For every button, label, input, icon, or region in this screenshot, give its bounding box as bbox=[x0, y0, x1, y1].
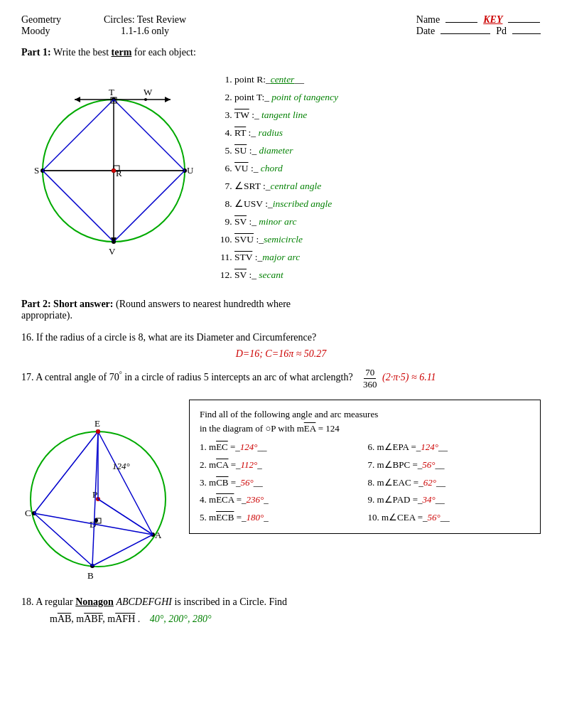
part1-container: R T W S U V bbox=[21, 64, 541, 284]
q16-question: 16. If the radius of a circle is 8, what… bbox=[21, 330, 541, 346]
part1-instruction: Write the best term for each object: bbox=[53, 47, 196, 58]
svg-text:U: U bbox=[187, 165, 194, 176]
answer-4: radius bbox=[258, 127, 283, 138]
part1-header: Part 1: Write the best term for each obj… bbox=[21, 47, 541, 58]
circle-diagram: R T W S U V bbox=[21, 64, 206, 263]
answer-12: secant bbox=[259, 269, 283, 280]
term-5: SU :_ diameter bbox=[234, 142, 541, 160]
part3-section: 18. A regular Nonagon ABCDEFGHI is inscr… bbox=[21, 594, 541, 624]
answer-7: central angle bbox=[271, 181, 322, 191]
find-item-8: 8. m∠EAC =_62°__ bbox=[368, 475, 531, 491]
header: Geometry Moody Circles: Test Review 1.1-… bbox=[21, 14, 541, 37]
nonagon-letters: ABCDEFGHI bbox=[116, 596, 172, 607]
title-info: Circles: Test Review 1.1-1.6 only bbox=[104, 14, 186, 37]
q18-answer: 40°, 200°, 280° bbox=[150, 614, 212, 624]
q17-question: 17. A central angle of 70° in a circle o… bbox=[21, 367, 541, 390]
svg-line-45 bbox=[92, 535, 153, 566]
terms-list: point R:_center__ point T:_ point of tan… bbox=[220, 64, 541, 284]
term-1: point R:_center__ bbox=[234, 71, 541, 89]
answer-8: inscribed angle bbox=[273, 198, 333, 209]
answer-10: semicircle bbox=[264, 234, 303, 245]
find-item-6: 6. m∠EPA =_124°__ bbox=[368, 439, 531, 456]
svg-line-22 bbox=[114, 100, 185, 171]
part2-header: Part 2: Short answer: (Round answers to … bbox=[21, 299, 541, 310]
svg-text:V: V bbox=[109, 246, 116, 257]
part2-instruction2: appropriate). bbox=[21, 310, 541, 321]
svg-line-20 bbox=[43, 100, 114, 171]
q16-num: 16. If the radius of a circle is 8, what… bbox=[21, 332, 316, 343]
svg-text:C: C bbox=[25, 508, 31, 518]
teacher-name: Moody bbox=[21, 26, 61, 37]
svg-line-40 bbox=[34, 432, 98, 513]
school-info: Geometry Moody bbox=[21, 14, 61, 37]
term-8: ∠USV :_inscribed angle bbox=[234, 196, 541, 213]
answer-6: chord bbox=[261, 163, 283, 173]
term-2: point T:_ point of tangency bbox=[234, 89, 541, 107]
answer-5: diameter bbox=[259, 145, 293, 156]
term-11: STV :_major arc bbox=[234, 249, 541, 267]
find-box-title: Find all of the following angle and arc … bbox=[200, 407, 530, 435]
svg-text:E: E bbox=[94, 418, 100, 429]
svg-point-24 bbox=[112, 168, 116, 173]
header-right: Name KEY Date Pd bbox=[416, 14, 541, 37]
pd-blank bbox=[512, 33, 541, 34]
find-item-5: 5. mECB =_180°_ bbox=[200, 510, 362, 526]
test-subtitle: 1.1-1.6 only bbox=[104, 26, 186, 37]
svg-line-19 bbox=[43, 171, 114, 242]
svg-text:T: T bbox=[109, 87, 114, 97]
fraction-17: 70 360 bbox=[362, 367, 379, 390]
find-item-3: 3. mCB =_56°__ bbox=[200, 475, 362, 491]
part2-label: Part 2: Short answer: bbox=[21, 299, 116, 309]
svg-text:A: A bbox=[155, 530, 162, 540]
find-item-1: 1. mEC =_124°__ bbox=[200, 439, 362, 456]
q17-answer: (2·π·5) ≈ 6.11 bbox=[382, 372, 436, 382]
answer-2: point of tangency bbox=[271, 92, 338, 102]
term-3: TW :_ tangent line bbox=[234, 107, 541, 124]
q18-question: 18. A regular Nonagon ABCDEFGHI is inscr… bbox=[21, 594, 541, 610]
find-item-9: 9. m∠PAD =_34°__ bbox=[368, 492, 531, 508]
svg-text:124°: 124° bbox=[112, 461, 130, 471]
q16-answer-text: D=16; C=16π ≈ 50.27 bbox=[236, 348, 327, 359]
name-value: KEY bbox=[483, 14, 502, 26]
name-blank2 bbox=[508, 22, 540, 23]
part2-instruction: (Round answers to nearest hundredth wher… bbox=[116, 299, 291, 309]
term-4: RT :_ radius bbox=[234, 124, 541, 142]
svg-text:S: S bbox=[34, 165, 39, 176]
answer-1: center bbox=[271, 74, 295, 85]
name-label: Name bbox=[416, 14, 440, 26]
name-line: Name KEY bbox=[416, 14, 541, 26]
diagram2-section: P E C A B D bbox=[21, 400, 541, 584]
find-item-10: 10. m∠CEA =_56°__ bbox=[368, 510, 531, 526]
name-blank bbox=[445, 22, 477, 23]
svg-text:B: B bbox=[87, 570, 94, 581]
term-6: VU :_ chord bbox=[234, 160, 541, 178]
part2-section: Part 2: Short answer: (Round answers to … bbox=[21, 299, 541, 321]
svg-point-50 bbox=[96, 429, 100, 434]
date-blank bbox=[441, 33, 490, 34]
q18-arcs: mAB, mABF, mAFH . 40°, 200°, 280° bbox=[50, 614, 541, 625]
term-7: ∠SRT :_central angle bbox=[234, 178, 541, 196]
answer-9: minor arc bbox=[259, 216, 296, 227]
terms-ol: point R:_center__ point T:_ point of tan… bbox=[234, 71, 541, 284]
fraction-den: 360 bbox=[362, 379, 379, 390]
svg-text:W: W bbox=[144, 87, 153, 97]
part1-label: Part 1: bbox=[21, 47, 53, 58]
term-10: SVU :_semicircle bbox=[234, 231, 541, 249]
header-left: Geometry Moody Circles: Test Review 1.1-… bbox=[21, 14, 186, 37]
term-9: SV :_ minor arc bbox=[234, 213, 541, 231]
svg-line-21 bbox=[114, 171, 185, 242]
q16-answer: D=16; C=16π ≈ 50.27 bbox=[21, 348, 541, 360]
find-box: Find all of the following angle and arc … bbox=[189, 400, 541, 534]
svg-line-41 bbox=[98, 432, 153, 535]
find-item-7: 7. m∠BPC =_56°__ bbox=[368, 457, 531, 473]
pd-label: Pd bbox=[496, 26, 507, 37]
term-12: SV :_ secant bbox=[234, 267, 541, 284]
find-item-4: 4. mECA =_236°_ bbox=[200, 492, 362, 508]
circle-diagram2: P E C A B D bbox=[21, 400, 178, 584]
answer-3: tangent line bbox=[261, 109, 307, 120]
date-line: Date Pd bbox=[416, 26, 541, 37]
answer-11: major arc bbox=[262, 252, 300, 262]
fraction-num: 70 bbox=[364, 367, 376, 379]
test-title: Circles: Test Review bbox=[104, 14, 186, 26]
svg-marker-9 bbox=[75, 97, 80, 102]
